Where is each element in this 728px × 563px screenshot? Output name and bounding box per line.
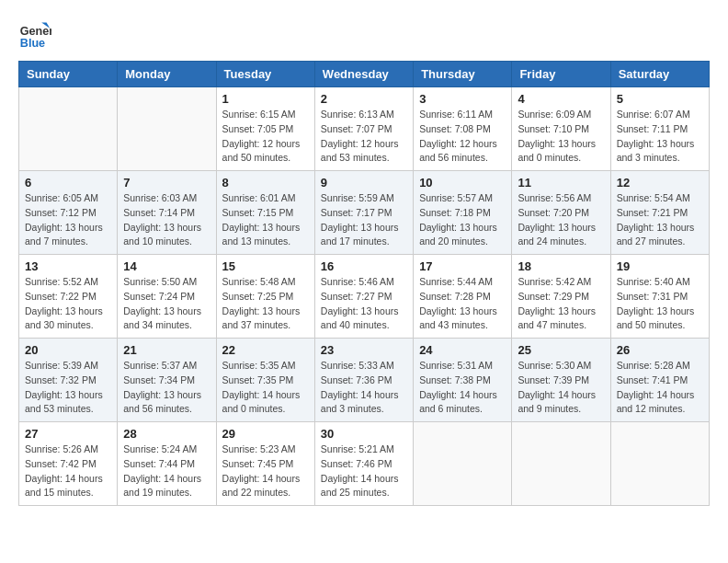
day-info: Sunrise: 6:07 AMSunset: 7:11 PMDaylight:… <box>617 108 703 166</box>
logo-icon: General Blue <box>18 18 51 52</box>
calendar-cell: 15Sunrise: 5:48 AMSunset: 7:25 PMDayligh… <box>216 255 314 339</box>
calendar-cell <box>414 422 512 506</box>
page-header: General Blue <box>18 18 710 52</box>
day-info: Sunrise: 5:44 AMSunset: 7:28 PMDaylight:… <box>419 275 506 333</box>
calendar-cell: 23Sunrise: 5:33 AMSunset: 7:36 PMDayligh… <box>314 339 413 422</box>
header-monday: Monday <box>118 62 216 87</box>
day-info: Sunrise: 6:09 AMSunset: 7:10 PMDaylight:… <box>518 108 604 166</box>
day-number: 27 <box>25 427 111 441</box>
header-thursday: Thursday <box>414 62 512 87</box>
day-number: 6 <box>25 176 111 190</box>
header-tuesday: Tuesday <box>216 62 314 87</box>
calendar-cell: 5Sunrise: 6:07 AMSunset: 7:11 PMDaylight… <box>610 87 709 171</box>
day-number: 21 <box>123 343 210 357</box>
calendar-cell: 12Sunrise: 5:54 AMSunset: 7:21 PMDayligh… <box>610 171 709 255</box>
day-info: Sunrise: 5:28 AMSunset: 7:41 PMDaylight:… <box>617 359 703 417</box>
day-info: Sunrise: 5:37 AMSunset: 7:34 PMDaylight:… <box>123 359 210 417</box>
day-info: Sunrise: 5:21 AMSunset: 7:46 PMDaylight:… <box>321 442 407 500</box>
day-number: 18 <box>518 259 604 273</box>
day-info: Sunrise: 6:13 AMSunset: 7:07 PMDaylight:… <box>321 108 407 166</box>
calendar-week-5: 27Sunrise: 5:26 AMSunset: 7:42 PMDayligh… <box>19 422 710 506</box>
svg-text:Blue: Blue <box>20 37 45 50</box>
day-number: 29 <box>222 427 309 441</box>
day-info: Sunrise: 5:39 AMSunset: 7:32 PMDaylight:… <box>25 359 111 417</box>
calendar-cell: 24Sunrise: 5:31 AMSunset: 7:38 PMDayligh… <box>414 339 512 422</box>
day-info: Sunrise: 5:40 AMSunset: 7:31 PMDaylight:… <box>617 275 703 333</box>
calendar-cell: 21Sunrise: 5:37 AMSunset: 7:34 PMDayligh… <box>118 339 216 422</box>
calendar-cell: 10Sunrise: 5:57 AMSunset: 7:18 PMDayligh… <box>414 171 512 255</box>
header-wednesday: Wednesday <box>314 62 413 87</box>
calendar-cell: 16Sunrise: 5:46 AMSunset: 7:27 PMDayligh… <box>314 255 413 339</box>
day-number: 5 <box>617 92 703 106</box>
day-number: 4 <box>518 92 604 106</box>
calendar-cell: 3Sunrise: 6:11 AMSunset: 7:08 PMDaylight… <box>414 87 512 171</box>
calendar-header-row: SundayMondayTuesdayWednesdayThursdayFrid… <box>19 62 710 87</box>
calendar-cell: 22Sunrise: 5:35 AMSunset: 7:35 PMDayligh… <box>216 339 314 422</box>
day-number: 10 <box>419 176 506 190</box>
calendar-week-2: 6Sunrise: 6:05 AMSunset: 7:12 PMDaylight… <box>19 171 710 255</box>
calendar-week-3: 13Sunrise: 5:52 AMSunset: 7:22 PMDayligh… <box>19 255 710 339</box>
day-info: Sunrise: 5:23 AMSunset: 7:45 PMDaylight:… <box>222 442 309 500</box>
day-info: Sunrise: 6:01 AMSunset: 7:15 PMDaylight:… <box>222 191 309 249</box>
calendar-cell: 14Sunrise: 5:50 AMSunset: 7:24 PMDayligh… <box>118 255 216 339</box>
calendar-cell: 27Sunrise: 5:26 AMSunset: 7:42 PMDayligh… <box>19 422 118 506</box>
day-info: Sunrise: 5:46 AMSunset: 7:27 PMDaylight:… <box>321 275 407 333</box>
day-info: Sunrise: 5:24 AMSunset: 7:44 PMDaylight:… <box>123 442 210 500</box>
calendar-cell: 6Sunrise: 6:05 AMSunset: 7:12 PMDaylight… <box>19 171 118 255</box>
day-info: Sunrise: 5:33 AMSunset: 7:36 PMDaylight:… <box>321 359 407 417</box>
day-info: Sunrise: 5:52 AMSunset: 7:22 PMDaylight:… <box>25 275 111 333</box>
day-number: 22 <box>222 343 309 357</box>
day-number: 9 <box>321 176 407 190</box>
calendar-cell: 9Sunrise: 5:59 AMSunset: 7:17 PMDaylight… <box>314 171 413 255</box>
calendar-cell <box>118 87 216 171</box>
calendar-cell <box>512 422 610 506</box>
day-info: Sunrise: 5:42 AMSunset: 7:29 PMDaylight:… <box>518 275 604 333</box>
day-info: Sunrise: 5:54 AMSunset: 7:21 PMDaylight:… <box>617 191 703 249</box>
calendar-week-4: 20Sunrise: 5:39 AMSunset: 7:32 PMDayligh… <box>19 339 710 422</box>
header-sunday: Sunday <box>19 62 118 87</box>
day-info: Sunrise: 5:56 AMSunset: 7:20 PMDaylight:… <box>518 191 604 249</box>
calendar-cell <box>19 87 118 171</box>
day-info: Sunrise: 6:11 AMSunset: 7:08 PMDaylight:… <box>419 108 506 166</box>
day-number: 1 <box>222 92 309 106</box>
calendar-cell: 28Sunrise: 5:24 AMSunset: 7:44 PMDayligh… <box>118 422 216 506</box>
day-number: 15 <box>222 259 309 273</box>
calendar-cell <box>610 422 709 506</box>
header-friday: Friday <box>512 62 610 87</box>
day-number: 14 <box>123 259 210 273</box>
day-info: Sunrise: 5:26 AMSunset: 7:42 PMDaylight:… <box>25 442 111 500</box>
day-info: Sunrise: 5:30 AMSunset: 7:39 PMDaylight:… <box>518 359 604 417</box>
calendar-cell: 20Sunrise: 5:39 AMSunset: 7:32 PMDayligh… <box>19 339 118 422</box>
day-number: 11 <box>518 176 604 190</box>
day-number: 30 <box>321 427 407 441</box>
day-number: 12 <box>617 176 703 190</box>
calendar-cell: 26Sunrise: 5:28 AMSunset: 7:41 PMDayligh… <box>610 339 709 422</box>
calendar-table: SundayMondayTuesdayWednesdayThursdayFrid… <box>18 61 710 506</box>
day-number: 3 <box>419 92 506 106</box>
day-number: 26 <box>617 343 703 357</box>
day-number: 8 <box>222 176 309 190</box>
day-info: Sunrise: 6:03 AMSunset: 7:14 PMDaylight:… <box>123 191 210 249</box>
day-info: Sunrise: 6:05 AMSunset: 7:12 PMDaylight:… <box>25 191 111 249</box>
day-info: Sunrise: 6:15 AMSunset: 7:05 PMDaylight:… <box>222 108 309 166</box>
calendar-cell: 17Sunrise: 5:44 AMSunset: 7:28 PMDayligh… <box>414 255 512 339</box>
day-info: Sunrise: 5:48 AMSunset: 7:25 PMDaylight:… <box>222 275 309 333</box>
day-info: Sunrise: 5:59 AMSunset: 7:17 PMDaylight:… <box>321 191 407 249</box>
calendar-cell: 29Sunrise: 5:23 AMSunset: 7:45 PMDayligh… <box>216 422 314 506</box>
day-number: 17 <box>419 259 506 273</box>
calendar-cell: 2Sunrise: 6:13 AMSunset: 7:07 PMDaylight… <box>314 87 413 171</box>
day-number: 7 <box>123 176 210 190</box>
calendar-cell: 13Sunrise: 5:52 AMSunset: 7:22 PMDayligh… <box>19 255 118 339</box>
day-number: 23 <box>321 343 407 357</box>
logo: General Blue <box>18 18 55 52</box>
calendar-cell: 19Sunrise: 5:40 AMSunset: 7:31 PMDayligh… <box>610 255 709 339</box>
day-number: 24 <box>419 343 506 357</box>
day-info: Sunrise: 5:35 AMSunset: 7:35 PMDaylight:… <box>222 359 309 417</box>
day-info: Sunrise: 5:31 AMSunset: 7:38 PMDaylight:… <box>419 359 506 417</box>
day-info: Sunrise: 5:57 AMSunset: 7:18 PMDaylight:… <box>419 191 506 249</box>
calendar-week-1: 1Sunrise: 6:15 AMSunset: 7:05 PMDaylight… <box>19 87 710 171</box>
calendar-cell: 11Sunrise: 5:56 AMSunset: 7:20 PMDayligh… <box>512 171 610 255</box>
day-info: Sunrise: 5:50 AMSunset: 7:24 PMDaylight:… <box>123 275 210 333</box>
calendar-cell: 18Sunrise: 5:42 AMSunset: 7:29 PMDayligh… <box>512 255 610 339</box>
calendar-cell: 7Sunrise: 6:03 AMSunset: 7:14 PMDaylight… <box>118 171 216 255</box>
